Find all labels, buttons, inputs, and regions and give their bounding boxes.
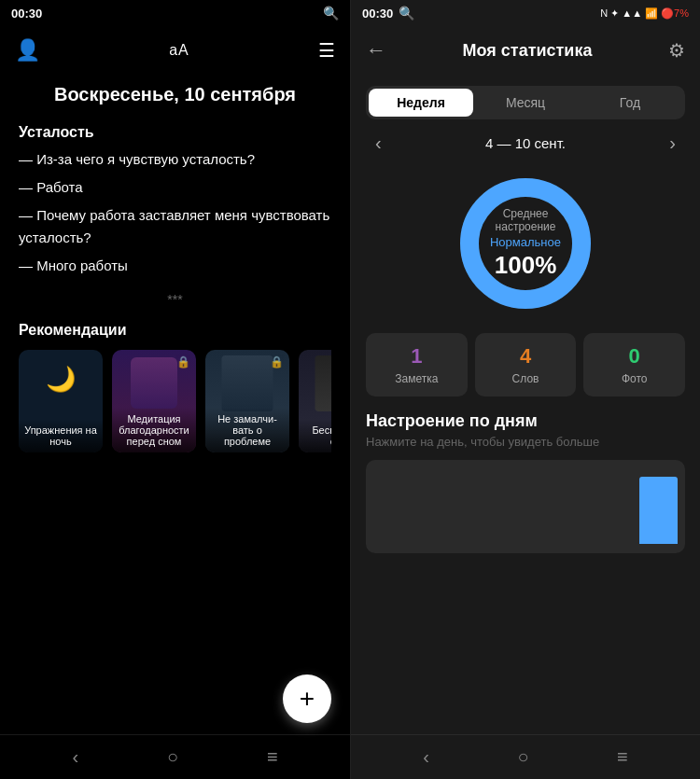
tab-week[interactable]: Неделя [369,89,473,117]
time-left: 00:30 [11,7,42,21]
mood-days-subtitle: Нажмите на день, чтобы увидеть больше [366,435,685,449]
font-label[interactable]: аА [169,42,189,59]
sleep-icon: 🌙 [46,365,76,394]
stat-photos: 0 Фото [583,333,685,396]
rec-card-insomnia[interactable]: 🔒 Беспо-коль-ство [299,350,331,452]
stat-photos-label: Фото [595,372,674,385]
wifi-icon: 📶 [645,7,658,20]
journal-separator: *** [19,292,331,307]
bar-4[interactable] [506,469,544,544]
nav-home-right[interactable]: ○ [517,746,528,768]
rec-card-meditate[interactable]: 🔒 Медитация благодарности перед сном [112,350,196,452]
right-panel: 00:30 🔍 N ✦ ▲▲ 📶 🔴7% ← Моя статистика ⚙ … [350,0,700,779]
rec-label-sleep: Упражнения на ночь [19,419,103,452]
right-bottom-nav: ‹ ○ ≡ [351,734,700,779]
status-icons-right: N ✦ ▲▲ 📶 🔴7% [600,7,689,20]
bar-5[interactable] [551,469,589,544]
bar-3[interactable] [462,469,500,544]
left-panel: 00:30 🔍 👤 аА ☰ Воскресенье, 10 сентября … [0,0,350,779]
donut-mood: Нормальное [488,235,563,249]
journal-date: Воскресенье, 10 сентября [19,84,331,105]
donut-label-top: Среднее настроение [488,207,563,233]
menu-icon[interactable]: ☰ [318,39,335,62]
nav-back-left[interactable]: ‹ [72,746,78,768]
stat-words-label: Слов [486,372,566,385]
date-prev[interactable]: ‹ [366,132,391,154]
time-right: 00:30 [362,7,393,21]
bar-7[interactable] [639,469,678,544]
recommendations-title: Рекомендации [19,322,331,339]
rec-card-sleep[interactable]: 🌙 Упражнения на ночь [19,350,103,452]
back-button[interactable]: ← [366,38,386,63]
date-range: 4 — 10 сент. [485,135,566,151]
battery-label: 🔴7% [661,7,689,20]
mood-chart[interactable] [366,460,685,553]
stat-words: 4 Слов [475,333,577,396]
left-content: Воскресенье, 10 сентября Усталость — Из-… [0,75,350,734]
rec-label-insomnia: Беспо-коль-ство [299,419,331,452]
right-content: Неделя Месяц Год ‹ 4 — 10 сент. › Средне… [351,75,700,734]
stats-title: Моя статистика [463,41,593,61]
mood-days-title: Настроение по дням [366,411,685,431]
nav-menu-left[interactable]: ≡ [267,746,278,768]
journal-line-4: — Много работы [19,255,331,277]
network-icon: N [600,7,608,19]
right-header: ← Моя статистика ⚙ [351,26,700,75]
tab-year[interactable]: Год [578,89,682,117]
fab-button[interactable]: + [283,675,331,723]
lock-icon-speak: 🔒 [270,355,284,369]
stat-photos-value: 0 [595,344,674,369]
journal-line-2: — Работа [19,176,331,199]
donut-chart: Среднее настроение Нормальное 100% [451,169,600,318]
nav-home-left[interactable]: ○ [167,746,178,768]
stat-notes: 1 Заметка [366,333,468,396]
stats-row: 1 Заметка 4 Слов 0 Фото [366,333,685,396]
lock-icon-meditate: 🔒 [176,355,190,369]
left-header: 👤 аА ☰ [0,26,350,75]
tab-month[interactable]: Месяц [473,89,578,117]
stat-notes-label: Заметка [377,372,456,385]
search-icon-left[interactable]: 🔍 [323,6,339,21]
rec-label-speak: Не замалчи-вать о проблеме [205,408,289,452]
left-bottom-nav: ‹ ○ ≡ [0,734,350,779]
stat-words-value: 4 [486,344,566,369]
bar-6[interactable] [595,469,633,544]
search-icon-right[interactable]: 🔍 [399,6,414,21]
status-bar-left: 00:30 🔍 [0,0,350,26]
period-tabs: Неделя Месяц Год [366,86,685,119]
nav-menu-right[interactable]: ≡ [617,746,628,768]
rec-label-meditate: Медитация благодарности перед сном [112,408,196,452]
settings-button[interactable]: ⚙ [668,39,685,62]
donut-percent: 100% [488,251,563,280]
donut-center: Среднее настроение Нормальное 100% [488,207,563,280]
donut-container: Среднее настроение Нормальное 100% [366,169,685,318]
journal-section-title: Усталость [19,124,331,141]
date-nav: ‹ 4 — 10 сент. › [366,132,685,154]
signal-icon: ▲▲ [622,7,642,19]
bar-2[interactable] [417,469,455,544]
bar-1[interactable] [373,469,412,544]
journal-line-3: — Почему работа заставляет меня чувствов… [19,204,331,249]
stat-notes-value: 1 [377,344,456,369]
journal-line-1: — Из-за чего я чувствую усталость? [19,148,331,171]
nav-back-right[interactable]: ‹ [423,746,429,768]
recommendations-scroll: 🌙 Упражнения на ночь 🔒 Медитация благода… [19,350,331,452]
rec-card-speak[interactable]: 🔒 Не замалчи-вать о проблеме [205,350,289,452]
status-bar-right: 00:30 🔍 N ✦ ▲▲ 📶 🔴7% [351,0,700,26]
profile-icon[interactable]: 👤 [15,38,40,63]
date-next[interactable]: › [660,132,685,154]
bluetooth-icon: ✦ [610,7,619,20]
